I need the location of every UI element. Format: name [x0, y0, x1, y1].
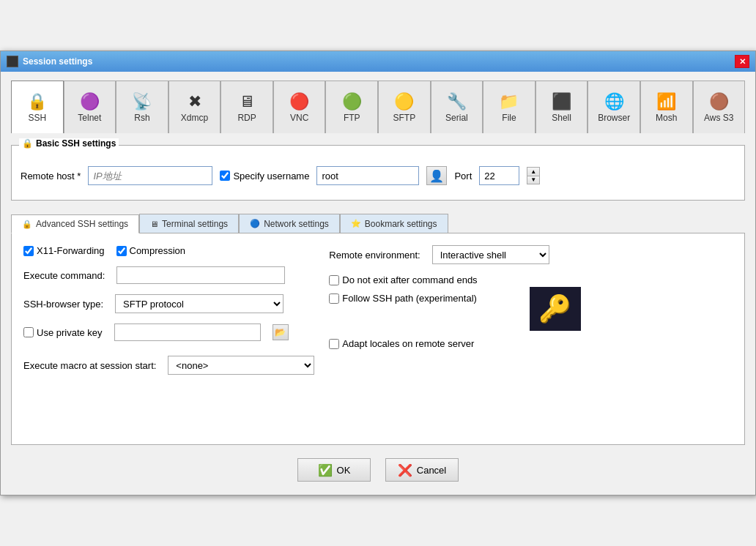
tab-bookmark[interactable]: ⭐ Bookmark settings: [340, 214, 448, 233]
x11-forwarding-label[interactable]: X11-Forwarding: [23, 245, 105, 256]
adapt-locales-text: Adapt locales on remote server: [342, 338, 474, 349]
file-icon: 📁: [499, 94, 519, 110]
bookmark-tab-label: Bookmark settings: [365, 219, 437, 229]
sftp-icon: 🟡: [394, 94, 414, 110]
protocol-tab-browser[interactable]: 🌐 Browser: [588, 81, 640, 133]
adapt-locales-checkbox[interactable]: [329, 339, 339, 349]
cancel-icon: ❌: [398, 463, 412, 477]
protocol-tabs-bar: 🔒 SSH 🟣 Telnet 📡 Rsh ✖ Xdmcp 🖥 RDP 🔴: [8, 78, 748, 133]
protocol-tab-file[interactable]: 📁 File: [483, 81, 536, 133]
advanced-left-col: X11-Forwarding Compression Execute comma…: [23, 245, 314, 385]
protocol-tab-ssh-label: SSH: [28, 113, 46, 123]
username-input[interactable]: [316, 166, 419, 185]
remote-environment-select[interactable]: Interactive shell None Custom: [432, 245, 549, 264]
x11-forwarding-checkbox[interactable]: [23, 246, 34, 256]
protocol-tab-shell[interactable]: ⬛ Shell: [536, 81, 588, 133]
protocol-tab-rdp-label: RDP: [237, 113, 256, 123]
basic-settings-row: Remote host * Specify username 👤 Port ▲: [21, 160, 735, 191]
basic-ssh-content: Remote host * Specify username 👤 Port ▲: [12, 146, 744, 200]
advanced-right-col: Remote environment: Interactive shell No…: [314, 245, 733, 385]
protocol-tab-vnc[interactable]: 🔴 VNC: [273, 81, 326, 133]
protocol-tab-sftp[interactable]: 🟡 SFTP: [378, 81, 431, 133]
ok-button[interactable]: ✅ OK: [297, 458, 371, 482]
execute-macro-label: Execute macro at session start:: [23, 360, 156, 371]
do-not-exit-label[interactable]: Do not exit after command ends: [329, 274, 733, 285]
mosh-icon: 📶: [656, 94, 676, 110]
protocol-tab-ftp[interactable]: 🟢 FTP: [325, 81, 378, 133]
title-bar-left: Session settings: [7, 56, 92, 67]
compression-label[interactable]: Compression: [116, 245, 186, 256]
protocol-tab-xdmcp[interactable]: ✖ Xdmcp: [168, 81, 221, 133]
compression-text: Compression: [130, 245, 186, 256]
execute-macro-select[interactable]: <none>: [168, 356, 314, 375]
specify-username-checkbox-label[interactable]: Specify username: [220, 171, 309, 182]
browser-icon: 🌐: [604, 94, 624, 110]
remote-host-label: Remote host *: [21, 171, 81, 182]
follow-ssh-path-checkbox[interactable]: [329, 293, 339, 304]
remote-host-input[interactable]: [88, 166, 212, 185]
compression-checkbox[interactable]: [116, 246, 127, 256]
follow-ssh-path-label[interactable]: Follow SSH path (experimental): [329, 293, 477, 304]
basic-ssh-section-icon: 🔒: [22, 138, 33, 149]
tab-network[interactable]: 🔵 Network settings: [239, 214, 340, 233]
protocol-tab-file-label: File: [502, 113, 516, 123]
execute-command-input[interactable]: [116, 266, 285, 284]
follow-ssh-col: Follow SSH path (experimental): [329, 293, 477, 304]
network-tab-icon: 🔵: [250, 219, 260, 228]
specify-username-label: Specify username: [233, 171, 309, 182]
xdmcp-icon: ✖: [188, 94, 201, 110]
do-not-exit-checkbox[interactable]: [329, 275, 339, 285]
protocol-tab-telnet[interactable]: 🟣 Telnet: [64, 81, 116, 133]
adapt-locales-label[interactable]: Adapt locales on remote server: [329, 338, 733, 349]
protocol-tab-serial-label: Serial: [445, 113, 468, 123]
advanced-settings-area: 🔒 Advanced SSH settings 🖥 Terminal setti…: [11, 209, 745, 445]
private-key-browse-button[interactable]: 📂: [273, 324, 289, 340]
tab-terminal[interactable]: 🖥 Terminal settings: [139, 214, 239, 233]
row-x11-compression: X11-Forwarding Compression: [23, 245, 314, 256]
port-spinner[interactable]: ▲ ▼: [527, 167, 540, 184]
bookmark-tab-icon: ⭐: [351, 219, 361, 228]
ok-icon: ✅: [318, 463, 333, 477]
awss3-icon: 🟤: [709, 94, 729, 110]
remote-environment-label: Remote environment:: [329, 250, 420, 261]
port-spin-down[interactable]: ▼: [527, 176, 540, 184]
protocol-tab-awss3-label: Aws S3: [704, 113, 733, 123]
port-input[interactable]: [479, 166, 519, 185]
ssh-icon: 🔒: [27, 94, 47, 110]
protocol-tab-serial[interactable]: 🔧 Serial: [431, 81, 483, 133]
use-private-key-text: Use private key: [37, 327, 103, 338]
x11-forwarding-text: X11-Forwarding: [37, 245, 105, 256]
cancel-button[interactable]: ❌ Cancel: [385, 458, 459, 482]
user-icon-button[interactable]: 👤: [426, 166, 447, 185]
tab-content-panel: X11-Forwarding Compression Execute comma…: [11, 233, 745, 445]
key-icon: 🔑: [538, 293, 571, 324]
protocol-tab-rdp[interactable]: 🖥 RDP: [220, 81, 273, 133]
protocol-tab-mosh-label: Mosh: [656, 113, 677, 123]
row-execute-macro: Execute macro at session start: <none>: [23, 356, 314, 375]
protocol-tab-xdmcp-label: Xdmcp: [181, 113, 208, 123]
protocol-tab-mosh[interactable]: 📶 Mosh: [640, 81, 693, 133]
terminal-tab-label: Terminal settings: [162, 219, 228, 229]
window-icon: [7, 56, 18, 67]
settings-tabs-bar: 🔒 Advanced SSH settings 🖥 Terminal setti…: [11, 209, 745, 233]
protocol-tab-telnet-label: Telnet: [78, 113, 101, 123]
close-button[interactable]: ✕: [735, 55, 749, 68]
row-browser-type: SSH-browser type: SFTP protocol SCP prot…: [23, 294, 314, 313]
title-bar: Session settings ✕: [1, 51, 755, 72]
protocol-tab-rsh[interactable]: 📡 Rsh: [116, 81, 168, 133]
use-private-key-label[interactable]: Use private key: [23, 327, 103, 338]
window-title: Session settings: [23, 56, 92, 67]
protocol-tab-ssh[interactable]: 🔒 SSH: [11, 81, 64, 133]
private-key-input[interactable]: [114, 324, 261, 341]
key-icon-box: 🔑: [530, 287, 581, 331]
protocol-tab-awss3[interactable]: 🟤 Aws S3: [693, 81, 746, 133]
ssh-browser-type-select[interactable]: SFTP protocol SCP protocol None: [115, 294, 284, 313]
network-tab-label: Network settings: [264, 219, 329, 229]
tab-advanced-ssh[interactable]: 🔒 Advanced SSH settings: [11, 214, 139, 233]
basic-ssh-title-text: Basic SSH settings: [36, 138, 116, 149]
ok-label: OK: [337, 465, 351, 476]
specify-username-checkbox[interactable]: [220, 171, 230, 181]
use-private-key-checkbox[interactable]: [23, 327, 34, 337]
port-spin-up[interactable]: ▲: [527, 167, 540, 176]
row-remote-environment: Remote environment: Interactive shell No…: [329, 245, 733, 264]
